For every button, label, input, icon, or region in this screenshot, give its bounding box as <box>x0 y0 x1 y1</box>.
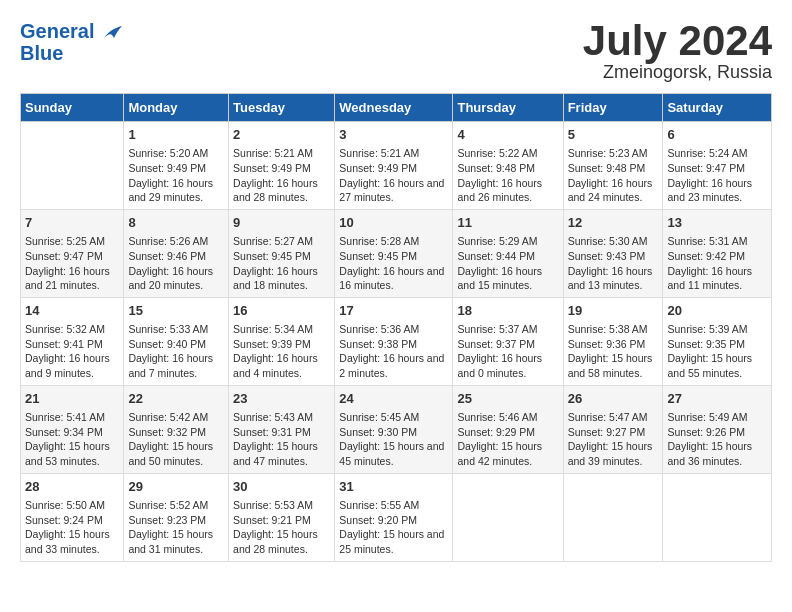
day-number: 18 <box>457 302 558 320</box>
calendar-day-cell: 16 Sunrise: 5:34 AMSunset: 9:39 PMDaylig… <box>229 297 335 385</box>
day-number: 11 <box>457 214 558 232</box>
calendar-day-cell: 29 Sunrise: 5:52 AMSunset: 9:23 PMDaylig… <box>124 473 229 561</box>
header-cell: Sunday <box>21 94 124 122</box>
calendar-table: SundayMondayTuesdayWednesdayThursdayFrid… <box>20 93 772 562</box>
day-number: 13 <box>667 214 767 232</box>
day-info: Sunrise: 5:41 AMSunset: 9:34 PMDaylight:… <box>25 410 119 469</box>
calendar-header: SundayMondayTuesdayWednesdayThursdayFrid… <box>21 94 772 122</box>
day-info: Sunrise: 5:25 AMSunset: 9:47 PMDaylight:… <box>25 234 119 293</box>
day-number: 12 <box>568 214 659 232</box>
day-number: 25 <box>457 390 558 408</box>
day-info: Sunrise: 5:43 AMSunset: 9:31 PMDaylight:… <box>233 410 330 469</box>
day-info: Sunrise: 5:32 AMSunset: 9:41 PMDaylight:… <box>25 322 119 381</box>
day-info: Sunrise: 5:31 AMSunset: 9:42 PMDaylight:… <box>667 234 767 293</box>
header-row: SundayMondayTuesdayWednesdayThursdayFrid… <box>21 94 772 122</box>
day-number: 7 <box>25 214 119 232</box>
day-info: Sunrise: 5:24 AMSunset: 9:47 PMDaylight:… <box>667 146 767 205</box>
day-info: Sunrise: 5:30 AMSunset: 9:43 PMDaylight:… <box>568 234 659 293</box>
day-info: Sunrise: 5:42 AMSunset: 9:32 PMDaylight:… <box>128 410 224 469</box>
day-info: Sunrise: 5:37 AMSunset: 9:37 PMDaylight:… <box>457 322 558 381</box>
day-info: Sunrise: 5:52 AMSunset: 9:23 PMDaylight:… <box>128 498 224 557</box>
day-number: 6 <box>667 126 767 144</box>
day-info: Sunrise: 5:21 AMSunset: 9:49 PMDaylight:… <box>233 146 330 205</box>
day-info: Sunrise: 5:45 AMSunset: 9:30 PMDaylight:… <box>339 410 448 469</box>
day-info: Sunrise: 5:47 AMSunset: 9:27 PMDaylight:… <box>568 410 659 469</box>
calendar-day-cell: 28 Sunrise: 5:50 AMSunset: 9:24 PMDaylig… <box>21 473 124 561</box>
day-info: Sunrise: 5:28 AMSunset: 9:45 PMDaylight:… <box>339 234 448 293</box>
day-info: Sunrise: 5:50 AMSunset: 9:24 PMDaylight:… <box>25 498 119 557</box>
calendar-day-cell: 9 Sunrise: 5:27 AMSunset: 9:45 PMDayligh… <box>229 209 335 297</box>
day-info: Sunrise: 5:33 AMSunset: 9:40 PMDaylight:… <box>128 322 224 381</box>
day-number: 22 <box>128 390 224 408</box>
calendar-day-cell: 19 Sunrise: 5:38 AMSunset: 9:36 PMDaylig… <box>563 297 663 385</box>
day-number: 19 <box>568 302 659 320</box>
calendar-day-cell: 31 Sunrise: 5:55 AMSunset: 9:20 PMDaylig… <box>335 473 453 561</box>
day-info: Sunrise: 5:29 AMSunset: 9:44 PMDaylight:… <box>457 234 558 293</box>
calendar-day-cell: 13 Sunrise: 5:31 AMSunset: 9:42 PMDaylig… <box>663 209 772 297</box>
day-info: Sunrise: 5:49 AMSunset: 9:26 PMDaylight:… <box>667 410 767 469</box>
calendar-week-row: 14 Sunrise: 5:32 AMSunset: 9:41 PMDaylig… <box>21 297 772 385</box>
calendar-week-row: 21 Sunrise: 5:41 AMSunset: 9:34 PMDaylig… <box>21 385 772 473</box>
header-cell: Tuesday <box>229 94 335 122</box>
logo: General Blue <box>20 20 124 64</box>
day-info: Sunrise: 5:21 AMSunset: 9:49 PMDaylight:… <box>339 146 448 205</box>
day-info: Sunrise: 5:27 AMSunset: 9:45 PMDaylight:… <box>233 234 330 293</box>
day-number: 30 <box>233 478 330 496</box>
header-cell: Monday <box>124 94 229 122</box>
day-number: 29 <box>128 478 224 496</box>
day-info: Sunrise: 5:36 AMSunset: 9:38 PMDaylight:… <box>339 322 448 381</box>
calendar-day-cell: 3 Sunrise: 5:21 AMSunset: 9:49 PMDayligh… <box>335 122 453 210</box>
day-number: 20 <box>667 302 767 320</box>
header-cell: Friday <box>563 94 663 122</box>
calendar-day-cell: 11 Sunrise: 5:29 AMSunset: 9:44 PMDaylig… <box>453 209 563 297</box>
calendar-day-cell: 21 Sunrise: 5:41 AMSunset: 9:34 PMDaylig… <box>21 385 124 473</box>
calendar-day-cell <box>663 473 772 561</box>
header-cell: Saturday <box>663 94 772 122</box>
calendar-day-cell: 24 Sunrise: 5:45 AMSunset: 9:30 PMDaylig… <box>335 385 453 473</box>
calendar-day-cell: 18 Sunrise: 5:37 AMSunset: 9:37 PMDaylig… <box>453 297 563 385</box>
calendar-day-cell: 20 Sunrise: 5:39 AMSunset: 9:35 PMDaylig… <box>663 297 772 385</box>
logo-bird-icon <box>102 24 124 42</box>
calendar-day-cell: 2 Sunrise: 5:21 AMSunset: 9:49 PMDayligh… <box>229 122 335 210</box>
day-number: 5 <box>568 126 659 144</box>
day-number: 10 <box>339 214 448 232</box>
location-title: Zmeinogorsk, Russia <box>583 62 772 83</box>
calendar-day-cell: 30 Sunrise: 5:53 AMSunset: 9:21 PMDaylig… <box>229 473 335 561</box>
calendar-day-cell: 7 Sunrise: 5:25 AMSunset: 9:47 PMDayligh… <box>21 209 124 297</box>
calendar-week-row: 1 Sunrise: 5:20 AMSunset: 9:49 PMDayligh… <box>21 122 772 210</box>
page-header: General Blue July 2024 Zmeinogorsk, Russ… <box>20 20 772 83</box>
calendar-week-row: 28 Sunrise: 5:50 AMSunset: 9:24 PMDaylig… <box>21 473 772 561</box>
logo-subtext: Blue <box>20 42 124 64</box>
day-info: Sunrise: 5:22 AMSunset: 9:48 PMDaylight:… <box>457 146 558 205</box>
calendar-day-cell: 26 Sunrise: 5:47 AMSunset: 9:27 PMDaylig… <box>563 385 663 473</box>
header-cell: Wednesday <box>335 94 453 122</box>
day-info: Sunrise: 5:23 AMSunset: 9:48 PMDaylight:… <box>568 146 659 205</box>
calendar-day-cell <box>21 122 124 210</box>
day-number: 23 <box>233 390 330 408</box>
day-number: 9 <box>233 214 330 232</box>
day-number: 4 <box>457 126 558 144</box>
day-number: 28 <box>25 478 119 496</box>
calendar-day-cell: 22 Sunrise: 5:42 AMSunset: 9:32 PMDaylig… <box>124 385 229 473</box>
calendar-day-cell: 12 Sunrise: 5:30 AMSunset: 9:43 PMDaylig… <box>563 209 663 297</box>
calendar-day-cell: 10 Sunrise: 5:28 AMSunset: 9:45 PMDaylig… <box>335 209 453 297</box>
calendar-day-cell: 6 Sunrise: 5:24 AMSunset: 9:47 PMDayligh… <box>663 122 772 210</box>
day-number: 26 <box>568 390 659 408</box>
calendar-day-cell: 17 Sunrise: 5:36 AMSunset: 9:38 PMDaylig… <box>335 297 453 385</box>
calendar-day-cell: 14 Sunrise: 5:32 AMSunset: 9:41 PMDaylig… <box>21 297 124 385</box>
day-info: Sunrise: 5:38 AMSunset: 9:36 PMDaylight:… <box>568 322 659 381</box>
day-number: 16 <box>233 302 330 320</box>
day-number: 31 <box>339 478 448 496</box>
day-number: 3 <box>339 126 448 144</box>
month-title: July 2024 <box>583 20 772 62</box>
day-number: 24 <box>339 390 448 408</box>
day-info: Sunrise: 5:39 AMSunset: 9:35 PMDaylight:… <box>667 322 767 381</box>
day-number: 8 <box>128 214 224 232</box>
title-section: July 2024 Zmeinogorsk, Russia <box>583 20 772 83</box>
day-info: Sunrise: 5:20 AMSunset: 9:49 PMDaylight:… <box>128 146 224 205</box>
calendar-day-cell: 4 Sunrise: 5:22 AMSunset: 9:48 PMDayligh… <box>453 122 563 210</box>
day-number: 21 <box>25 390 119 408</box>
header-cell: Thursday <box>453 94 563 122</box>
calendar-day-cell: 27 Sunrise: 5:49 AMSunset: 9:26 PMDaylig… <box>663 385 772 473</box>
calendar-day-cell: 5 Sunrise: 5:23 AMSunset: 9:48 PMDayligh… <box>563 122 663 210</box>
